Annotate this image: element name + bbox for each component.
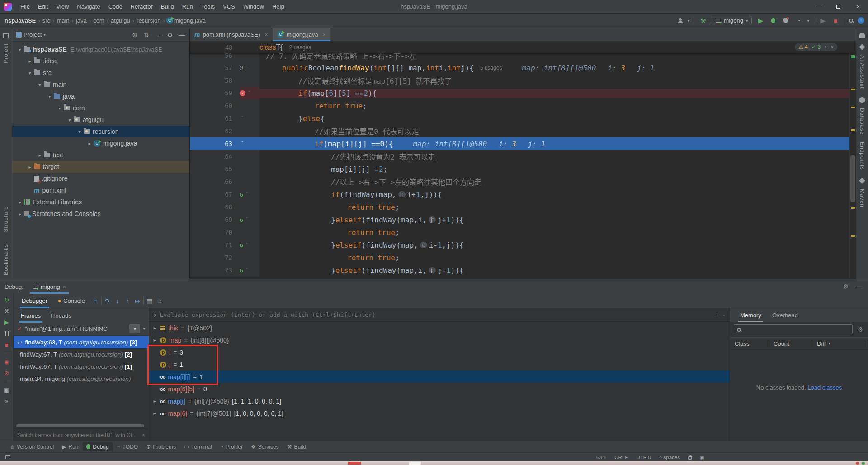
code-line-59[interactable]: 59✓ˇif (map[6][5] == 2){ xyxy=(190,87,856,99)
close-button[interactable]: × xyxy=(848,0,868,14)
heap-indicator-icon[interactable]: ◉ xyxy=(700,454,704,460)
caret-position[interactable]: 63:1 xyxy=(596,455,606,460)
code-line-60[interactable]: 60return true; xyxy=(190,99,856,112)
tab-debugger[interactable]: Debugger xyxy=(17,294,52,308)
line-number[interactable]: 65 xyxy=(190,163,240,175)
project-panel-title[interactable]: Project xyxy=(24,31,42,38)
run-to-cursor-icon[interactable]: ↦ xyxy=(133,297,142,305)
menu-window[interactable]: Window xyxy=(239,0,268,14)
code-line-71[interactable]: 71↻ˆ}else if (findWay(map, i: i-1,j)){ xyxy=(190,239,856,251)
editor-tab-pom-xml[interactable]: mpom.xml (hspJavaSE)× xyxy=(190,28,273,41)
line-number[interactable]: 60 xyxy=(190,99,240,112)
line-number[interactable]: 64 xyxy=(190,150,240,163)
readonly-lock-icon[interactable] xyxy=(688,456,692,460)
line-number[interactable]: 71 xyxy=(190,239,240,251)
close-tab-icon[interactable]: × xyxy=(265,32,268,38)
sidebar-item-bookmarks[interactable]: Bookmarks xyxy=(3,236,9,279)
indent-setting[interactable]: 4 spaces xyxy=(659,455,680,460)
tree-item-pom-xml[interactable]: mpom.xml xyxy=(12,184,189,196)
breadcrumb-item[interactable]: hspJavaSE xyxy=(4,17,37,24)
update-icon[interactable]: ↑ xyxy=(858,17,864,24)
layout-settings-icon[interactable]: ≋ xyxy=(156,297,164,305)
debug-session-tab[interactable]: migong × xyxy=(30,279,69,294)
toolwindow-services[interactable]: ❖Services xyxy=(247,442,283,451)
debug-icon[interactable] xyxy=(769,17,777,25)
code-line-70[interactable]: 70return true; xyxy=(190,226,856,239)
evaluate-icon[interactable]: ▦ xyxy=(146,297,154,305)
chevron-down-icon[interactable]: ▾ xyxy=(26,70,34,75)
step-over-icon[interactable]: ↷ xyxy=(104,297,112,305)
window-layout-icon[interactable] xyxy=(5,455,10,459)
tree-item-main[interactable]: ▾main xyxy=(12,79,189,90)
rerun-icon[interactable]: ↻ xyxy=(2,296,11,304)
thread-selector[interactable]: ✓ "main"@1 in g...ain": RUNNING ▼ ▾ xyxy=(14,322,149,335)
sidebar-item-database[interactable]: Database xyxy=(859,104,865,138)
code-line-73[interactable]: 73↻ˆ}else if (findWay(map,i, j: j-1)){ xyxy=(190,264,856,277)
tree-item-src[interactable]: ▾src xyxy=(12,67,189,79)
line-ending[interactable]: CRLF xyxy=(614,455,628,460)
code-line-68[interactable]: 68return true; xyxy=(190,201,856,213)
chevron-right-icon[interactable]: ▸ xyxy=(152,399,157,404)
menu-refactor[interactable]: Refactor xyxy=(127,0,157,14)
tab-frames[interactable]: Frames xyxy=(16,308,45,323)
tree-item-migong-java[interactable]: ▸Cmigong.java xyxy=(12,137,189,149)
toolwindow-terminal[interactable]: ▭Terminal xyxy=(180,442,216,451)
tab-overhead[interactable]: Overhead xyxy=(767,308,803,322)
fold-marker-icon[interactable]: ˇ xyxy=(244,192,250,197)
line-number[interactable]: 72 xyxy=(190,251,240,264)
menu-edit[interactable]: Edit xyxy=(34,0,52,14)
tree-item-java[interactable]: ▾java xyxy=(12,90,189,102)
column-class[interactable]: Class xyxy=(730,340,769,347)
frames-filter-icon[interactable]: ▼ xyxy=(129,324,140,333)
camera-icon[interactable]: ▣ xyxy=(2,385,11,394)
resume-icon[interactable]: ▶ xyxy=(2,318,11,326)
code-line-69[interactable]: 69↻ˆ}else if (findWay(map,i, j: j+1)){ xyxy=(190,213,856,226)
menu-tools[interactable]: Tools xyxy=(197,0,219,14)
tree-item-external-libraries[interactable]: ▸External Libraries xyxy=(12,196,189,208)
tree-item--idea[interactable]: ▸.idea xyxy=(12,55,189,67)
editor-error-stripe[interactable] xyxy=(849,53,856,279)
memory-settings-icon[interactable]: ⚙ xyxy=(856,325,864,333)
line-number[interactable]: 70 xyxy=(190,226,240,239)
code-line-63[interactable]: 63ˇif (map[i][j] == 0){map: int[8][]@500… xyxy=(190,137,856,150)
variable-row-j[interactable]: pj=1 xyxy=(149,358,730,371)
search-icon[interactable] xyxy=(849,19,853,23)
fold-marker-icon[interactable]: ˇ xyxy=(240,141,245,147)
hide-icon[interactable]: — xyxy=(855,282,863,291)
tab-threads[interactable]: Threads xyxy=(45,308,76,323)
sidebar-item-ai-assistant[interactable]: AI Assistant xyxy=(859,52,865,93)
toolwindow-version-control[interactable]: ⋔Version Control xyxy=(6,442,57,451)
evaluate-expression-input[interactable]: ❯ Evaluate expression (Enter) or add a w… xyxy=(149,308,730,322)
collapse-all-icon[interactable]: ᆕ xyxy=(154,31,162,39)
breadcrumb-item[interactable]: src xyxy=(42,17,51,24)
variable-row-map65[interactable]: oomap[6][5]=0 xyxy=(149,383,730,395)
line-number[interactable]: 73 xyxy=(190,264,240,277)
code-area[interactable]: 56// 7. 先确定老鼠找路策略 上->右->下->左 57@ˇpublic … xyxy=(190,53,856,279)
chevron-down-icon[interactable]: ▾ xyxy=(56,106,64,111)
toolwindow-build[interactable]: ⚒Build xyxy=(283,442,310,451)
editor-tab-migong-java[interactable]: Cmigong.java× xyxy=(273,28,330,41)
usages-label[interactable]: 2 usages xyxy=(289,44,311,51)
code-line-61[interactable]: 61ˆ}else { xyxy=(190,112,856,125)
sidebar-item-endpoints[interactable]: Endpoints xyxy=(859,138,865,174)
line-number[interactable]: 69 xyxy=(190,213,240,226)
minimize-button[interactable]: — xyxy=(808,0,828,14)
ai-assistant-icon[interactable] xyxy=(859,44,865,50)
chevron-down-icon[interactable]: ▾ xyxy=(16,47,24,52)
chevron-right-icon[interactable]: ▸ xyxy=(152,325,157,330)
dismiss-hint-icon[interactable]: × xyxy=(142,432,145,438)
breadcrumb-item[interactable]: recursion xyxy=(136,17,161,24)
code-line-66[interactable]: 66//以上->右->下->左的策略往其他四个方向走 xyxy=(190,175,856,188)
menu-file[interactable]: File xyxy=(16,0,34,14)
fold-marker-icon[interactable]: ˆ xyxy=(244,242,250,248)
tree-item-recursion[interactable]: ▾recursion xyxy=(12,126,189,137)
fold-marker-icon[interactable]: ˇ xyxy=(246,90,252,96)
view-breakpoints-icon[interactable]: ◉ xyxy=(2,357,11,366)
variable-row-i[interactable]: pi=3 xyxy=(149,346,730,358)
fold-marker-icon[interactable]: ˇ xyxy=(244,65,249,71)
notifications-icon[interactable] xyxy=(859,33,865,38)
toolwindow-profiler[interactable]: ◔Profiler xyxy=(217,442,246,451)
fold-marker-icon[interactable]: ˆ xyxy=(240,116,245,122)
menu-help[interactable]: Help xyxy=(268,0,288,14)
chevron-right-icon[interactable]: ▸ xyxy=(26,164,34,169)
